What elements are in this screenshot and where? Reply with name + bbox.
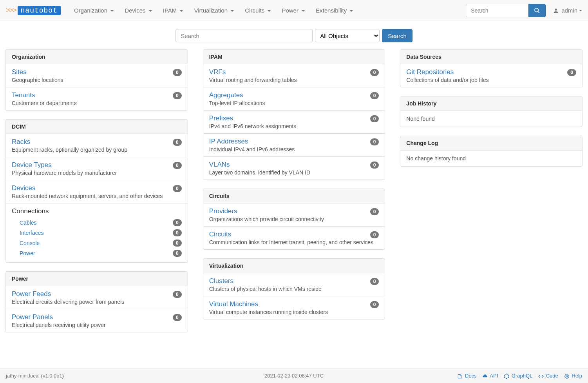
list-item: ConnectionsCables0Interfaces0Console0Pow… bbox=[6, 203, 188, 262]
item-link[interactable]: Tenants bbox=[12, 91, 182, 99]
navbar-search-form bbox=[466, 4, 546, 17]
count-badge: 0 bbox=[370, 301, 379, 308]
panel-list: 0RacksEquipment racks, optionally organi… bbox=[6, 134, 188, 262]
item-link[interactable]: Racks bbox=[12, 138, 182, 146]
dashboard-column: Organization0SitesGeographic locations0T… bbox=[5, 49, 188, 341]
item-description: Virtual compute instances running inside… bbox=[209, 309, 379, 315]
nav-item-ipam[interactable]: IPAM bbox=[157, 3, 189, 18]
nav-item-virtualization[interactable]: Virtualization bbox=[188, 3, 239, 18]
item-description: Electrical circuits delivering power fro… bbox=[12, 299, 182, 305]
item-link[interactable]: Sites bbox=[12, 68, 182, 76]
svg-line-1 bbox=[538, 11, 539, 13]
panel-heading: IPAM bbox=[203, 50, 385, 64]
item-description: Clusters of physical hosts in which VMs … bbox=[209, 286, 379, 292]
svg-point-0 bbox=[535, 8, 538, 12]
item-link[interactable]: Git Repositories bbox=[406, 68, 576, 76]
list-item: 0Git RepositoriesCollections of data and… bbox=[400, 64, 582, 87]
item-description: Customers or departments bbox=[12, 100, 182, 106]
svg-point-2 bbox=[555, 8, 557, 10]
navbar-search-button[interactable] bbox=[528, 4, 546, 17]
count-badge: 0 bbox=[173, 219, 182, 226]
panel-dcim: DCIM0RacksEquipment racks, optionally or… bbox=[5, 119, 188, 263]
list-item: 0Power FeedsElectrical circuits deliveri… bbox=[6, 286, 188, 309]
home-search-object-select[interactable]: All Objects bbox=[315, 29, 380, 42]
count-badge: 0 bbox=[370, 278, 379, 285]
caret-down-icon bbox=[110, 10, 114, 12]
brand-name: nautobot bbox=[18, 6, 61, 15]
list-item: 0TenantsCustomers or departments bbox=[6, 87, 188, 110]
nav-item-extensibility[interactable]: Extensibility bbox=[310, 3, 358, 18]
sub-link[interactable]: Console bbox=[20, 240, 40, 246]
home-search-button[interactable]: Search bbox=[382, 29, 413, 42]
dashboard-container: Organization0SitesGeographic locations0T… bbox=[0, 49, 588, 353]
item-description: Equipment racks, optionally organized by… bbox=[12, 147, 182, 153]
panel-body: No change history found bbox=[400, 151, 582, 166]
panel-power: Power0Power FeedsElectrical circuits del… bbox=[5, 271, 188, 332]
nav-item-circuits[interactable]: Circuits bbox=[239, 3, 276, 18]
item-link[interactable]: Virtual Machines bbox=[209, 300, 379, 308]
nav-item-organization[interactable]: Organization bbox=[69, 3, 119, 18]
item-link[interactable]: Device Types bbox=[12, 161, 182, 169]
panel-list: 0VRFsVirtual routing and forwarding tabl… bbox=[203, 64, 385, 180]
panel-list: 0ProvidersOrganizations which provide ci… bbox=[203, 203, 385, 249]
caret-down-icon bbox=[350, 10, 353, 12]
item-link[interactable]: VLANs bbox=[209, 161, 379, 169]
list-item: 0ProvidersOrganizations which provide ci… bbox=[203, 203, 385, 226]
item-description: Collections of data and/or job files bbox=[406, 77, 576, 83]
panel-change-log: Change LogNo change history found bbox=[400, 136, 583, 167]
item-description: Top-level IP allocations bbox=[209, 100, 379, 106]
list-item: 0Device TypesPhysical hardware models by… bbox=[6, 157, 188, 180]
list-item: 0VRFsVirtual routing and forwarding tabl… bbox=[203, 64, 385, 87]
item-description: Organizations which provide circuit conn… bbox=[209, 216, 379, 222]
search-icon bbox=[534, 7, 540, 14]
panel-job-history: Job HistoryNone found bbox=[400, 96, 583, 127]
home-search-input[interactable] bbox=[175, 29, 313, 42]
item-link[interactable]: VRFs bbox=[209, 68, 379, 76]
item-link[interactable]: Devices bbox=[12, 184, 182, 192]
brand-prefix-icon: >>> bbox=[6, 6, 16, 15]
item-link[interactable]: Aggregates bbox=[209, 91, 379, 99]
panel-ipam: IPAM0VRFsVirtual routing and forwarding … bbox=[203, 49, 385, 180]
panel-body: None found bbox=[400, 111, 582, 127]
item-link[interactable]: IP Addresses bbox=[209, 138, 379, 145]
list-item: 0RacksEquipment racks, optionally organi… bbox=[6, 134, 188, 157]
list-item: 0AggregatesTop-level IP allocations bbox=[203, 87, 385, 110]
caret-down-icon bbox=[579, 10, 582, 11]
panel-heading: Virtualization bbox=[203, 259, 385, 273]
count-badge: 0 bbox=[370, 138, 379, 145]
sub-link[interactable]: Cables bbox=[20, 220, 37, 226]
sub-link[interactable]: Power bbox=[20, 250, 35, 256]
item-link[interactable]: Circuits bbox=[209, 231, 379, 238]
sub-list-item: Console0 bbox=[20, 238, 182, 248]
list-item: 0IP AddressesIndividual IPv4 and IPv6 ad… bbox=[203, 133, 385, 156]
panel-heading: Job History bbox=[400, 96, 582, 111]
sub-link[interactable]: Interfaces bbox=[20, 230, 43, 236]
item-link[interactable]: Power Panels bbox=[12, 313, 182, 321]
item-link[interactable]: Providers bbox=[209, 207, 379, 215]
brand-logo[interactable]: >>> nautobot bbox=[6, 6, 61, 15]
user-name: admin bbox=[561, 7, 577, 14]
item-link[interactable]: Clusters bbox=[209, 277, 379, 285]
navbar-search-input[interactable] bbox=[466, 4, 528, 17]
count-badge: 0 bbox=[173, 240, 182, 247]
item-description: IPv4 and IPv6 network assignments bbox=[209, 123, 379, 129]
count-badge: 0 bbox=[173, 291, 182, 298]
user-menu[interactable]: admin bbox=[553, 7, 582, 14]
item-link[interactable]: Power Feeds bbox=[12, 290, 182, 298]
nav-item-power[interactable]: Power bbox=[276, 3, 310, 18]
caret-down-icon bbox=[268, 10, 271, 12]
list-item: 0Virtual MachinesVirtual compute instanc… bbox=[203, 296, 385, 319]
dashboard-column: IPAM0VRFsVirtual routing and forwarding … bbox=[203, 49, 385, 341]
sub-list: Cables0Interfaces0Console0Power0 bbox=[12, 218, 182, 258]
caret-down-icon bbox=[302, 10, 305, 12]
panel-list: 0ClustersClusters of physical hosts in w… bbox=[203, 273, 385, 319]
panel-heading: Circuits bbox=[203, 189, 385, 203]
caret-down-icon bbox=[231, 10, 234, 12]
panel-heading: Change Log bbox=[400, 136, 582, 151]
dashboard-column: Data Sources0Git RepositoriesCollections… bbox=[400, 49, 583, 341]
item-description: Communication links for Internet transit… bbox=[209, 239, 379, 245]
nav-item-devices[interactable]: Devices bbox=[119, 3, 157, 18]
count-badge: 0 bbox=[173, 139, 182, 146]
count-badge: 0 bbox=[567, 69, 576, 76]
item-link[interactable]: Prefixes bbox=[209, 114, 379, 122]
